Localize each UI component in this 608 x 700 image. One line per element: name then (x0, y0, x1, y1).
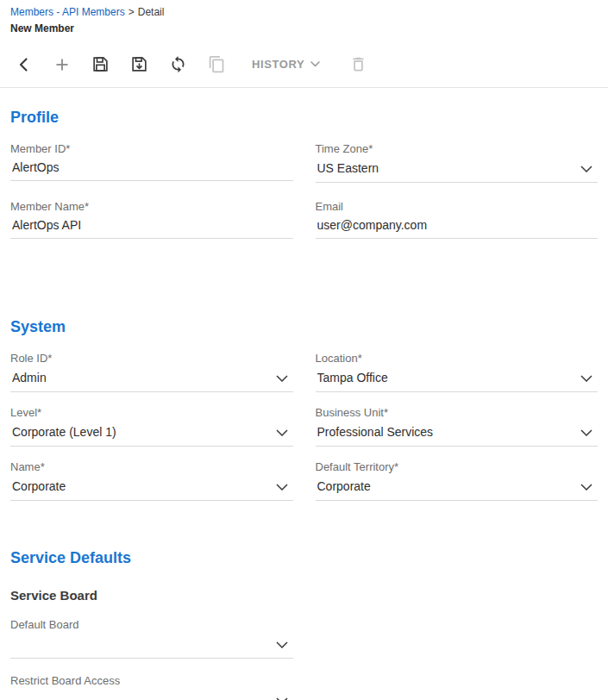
plus-icon (53, 56, 71, 73)
refresh-button[interactable] (166, 52, 191, 77)
field-member-name: Member Name* (10, 200, 293, 239)
business-unit-label: Business Unit* (316, 406, 599, 419)
level-select[interactable]: Corporate (Level 1) (10, 420, 293, 447)
breadcrumb-current: Detail (138, 6, 165, 18)
default-territory-label: Default Territory* (316, 460, 599, 473)
level-label: Level* (10, 406, 293, 419)
email-input[interactable] (316, 214, 599, 239)
save-and-close-button[interactable] (127, 52, 152, 77)
field-role-id: Role ID* Admin (10, 352, 293, 392)
system-form: Role ID* Admin Location* Tampa Office Le… (0, 352, 608, 501)
time-zone-label: Time Zone* (316, 142, 599, 155)
field-location: Location* Tampa Office (316, 352, 599, 392)
delete-button[interactable] (346, 52, 371, 77)
section-title-service-defaults: Service Defaults (10, 549, 598, 567)
chevron-down-icon (276, 478, 288, 494)
toolbar: HISTORY (0, 43, 608, 88)
business-unit-select[interactable]: Professional Services (316, 420, 599, 447)
member-id-input[interactable] (10, 156, 293, 181)
history-label: HISTORY (252, 58, 304, 71)
history-button[interactable]: HISTORY (248, 54, 323, 74)
field-member-id: Member ID* (10, 142, 293, 183)
back-button[interactable] (12, 53, 36, 77)
field-default-territory: Default Territory* Corporate (316, 460, 599, 501)
name-label: Name* (10, 460, 293, 473)
subsection-title-service-board: Service Board (10, 588, 598, 603)
back-icon (16, 56, 33, 73)
section-title-system: System (10, 318, 598, 336)
restrict-board-access-select[interactable] (10, 688, 293, 700)
field-email: Email (316, 200, 599, 239)
chevron-down-icon (580, 370, 592, 385)
chevron-down-icon (580, 424, 592, 440)
field-default-board: Default Board (10, 618, 293, 659)
copy-icon (208, 55, 226, 73)
page-header: Members - API Members>Detail New Member (0, 0, 608, 34)
role-id-select[interactable]: Admin (10, 366, 293, 392)
service-board-form: Default Board Restrict Board Access (0, 618, 608, 700)
breadcrumb-link[interactable]: Members - API Members (10, 6, 125, 18)
default-board-select[interactable] (10, 632, 293, 659)
breadcrumb: Members - API Members>Detail (10, 5, 598, 20)
add-button[interactable] (50, 53, 74, 77)
name-select[interactable]: Corporate (10, 474, 293, 501)
field-time-zone: Time Zone* US Eastern (316, 142, 599, 183)
chevron-down-icon (580, 478, 592, 494)
time-zone-select[interactable]: US Eastern (316, 156, 599, 183)
save-button[interactable] (88, 52, 113, 77)
field-business-unit: Business Unit* Professional Services (316, 406, 599, 447)
section-title-profile: Profile (10, 109, 598, 127)
field-name: Name* Corporate (10, 460, 293, 501)
email-label: Email (316, 200, 599, 213)
chevron-down-icon (310, 61, 320, 67)
member-name-label: Member Name* (10, 200, 293, 213)
member-id-label: Member ID* (10, 142, 293, 155)
profile-form: Member ID* Time Zone* US Eastern Member … (0, 142, 608, 239)
location-select[interactable]: Tampa Office (316, 366, 599, 392)
chevron-down-icon (276, 692, 288, 700)
restrict-board-access-label: Restrict Board Access (10, 674, 293, 687)
member-name-input[interactable] (10, 214, 293, 239)
chevron-down-icon (580, 160, 592, 176)
chevron-down-icon (276, 370, 288, 385)
page-subtitle: New Member (10, 22, 598, 34)
location-label: Location* (316, 352, 599, 365)
field-restrict-board-access: Restrict Board Access (10, 674, 293, 700)
field-level: Level* Corporate (Level 1) (10, 406, 293, 447)
chevron-down-icon (276, 636, 288, 652)
trash-icon (349, 55, 367, 73)
copy-button[interactable] (204, 52, 229, 77)
refresh-icon (169, 55, 187, 73)
breadcrumb-separator: > (128, 6, 135, 18)
default-territory-select[interactable]: Corporate (316, 474, 599, 501)
chevron-down-icon (276, 424, 288, 440)
default-board-label: Default Board (10, 618, 293, 631)
save-icon (91, 55, 110, 73)
save-download-icon (130, 55, 148, 73)
role-id-label: Role ID* (10, 352, 293, 365)
